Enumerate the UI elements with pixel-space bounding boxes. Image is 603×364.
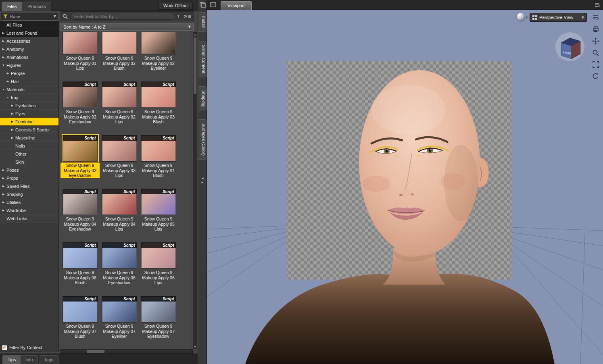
scrollbar-thumb[interactable] xyxy=(87,350,104,353)
tree-arrow-icon[interactable]: ▶ xyxy=(10,112,14,115)
tree-arrow-icon[interactable]: ▶ xyxy=(2,40,5,43)
tab-files[interactable]: Files xyxy=(2,2,22,11)
asset-thumbnail[interactable]: Script Snow Queen 9 Makeup Apply 03 Eyes… xyxy=(61,129,100,183)
dock-tab[interactable]: Smart Content xyxy=(198,41,207,77)
tree-arrow-icon[interactable]: ▶ xyxy=(10,128,14,131)
asset-thumbnail-image[interactable]: Script xyxy=(102,189,137,215)
vertical-scrollbar[interactable]: ▲ ▼ xyxy=(193,32,197,349)
scroll-up-icon[interactable]: ▲ xyxy=(193,33,197,36)
asset-thumbnail-image[interactable]: Script xyxy=(63,135,98,162)
viewport-canvas[interactable]: ▼ Perspective View ▼ Front xyxy=(207,10,603,364)
splitter-handle[interactable]: ◄ ► xyxy=(199,177,206,185)
tree-item[interactable]: ▶ Lost and Found xyxy=(0,29,58,37)
tree-item[interactable]: ▶ People xyxy=(0,69,58,77)
asset-thumbnail[interactable]: Script Snow Queen 9 Makeup Apply 02 Eyel… xyxy=(139,32,178,76)
filter-by-context-checkbox[interactable]: ✔ xyxy=(2,345,7,350)
asset-thumbnail-image[interactable]: Script xyxy=(141,32,176,54)
asset-thumbnail-image[interactable]: Script xyxy=(141,242,176,269)
asset-thumbnail-image[interactable]: Script xyxy=(63,242,98,269)
tree-item[interactable]: ▶ Feminine xyxy=(0,118,58,126)
asset-thumbnail[interactable]: Script xyxy=(139,344,178,349)
horizontal-scrollbar[interactable] xyxy=(60,349,193,354)
asset-thumbnail[interactable]: Script xyxy=(100,344,139,349)
asset-thumbnail-image[interactable]: Script xyxy=(102,81,137,108)
tree-arrow-icon[interactable]: ▶ xyxy=(10,136,14,139)
tab-products[interactable]: Products xyxy=(23,2,51,11)
asset-thumbnail[interactable]: Script xyxy=(61,344,100,349)
asset-thumbnail[interactable]: Script Snow Queen 9 Makeup Apply 06 Blus… xyxy=(61,237,100,290)
asset-thumbnail[interactable]: Script Snow Queen 9 Makeup Apply 07 Blus… xyxy=(61,290,100,344)
tree-item[interactable]: Web Links xyxy=(0,214,58,223)
tree-arrow-icon[interactable]: ▶ xyxy=(10,104,14,107)
tree-arrow-icon[interactable]: ▼ xyxy=(2,64,5,67)
asset-thumbnail-image[interactable]: Script xyxy=(102,135,137,162)
tree-arrow-icon[interactable]: ▶ xyxy=(6,72,10,75)
tree-item[interactable]: ▶ Eyelashes xyxy=(0,102,58,110)
asset-thumbnail-image[interactable]: Script xyxy=(141,296,176,322)
search-input[interactable] xyxy=(71,13,175,20)
tab-viewport[interactable]: Viewport xyxy=(221,1,252,10)
asset-thumbnail[interactable]: Script Snow Queen 9 Makeup Apply 03 Blus… xyxy=(139,76,178,129)
asset-thumbnail-image[interactable]: Script xyxy=(102,32,137,54)
dock-tab[interactable]: Surfaces (Color) xyxy=(198,119,207,160)
frame-icon[interactable] xyxy=(592,60,600,69)
chevron-down-icon[interactable]: ▼ xyxy=(526,16,528,19)
tab-tags[interactable]: Tags xyxy=(39,355,58,364)
tree-arrow-icon[interactable]: ▶ xyxy=(10,120,14,123)
asset-thumbnail-image[interactable]: Script xyxy=(102,242,137,269)
scroll-down-icon[interactable]: ▼ xyxy=(193,345,197,348)
asset-thumbnail-image[interactable]: Script xyxy=(63,81,98,108)
tree-item[interactable]: ▶ Saved Files xyxy=(0,182,58,190)
asset-thumbnail[interactable]: Script Snow Queen 9 Makeup Apply 07 Eyes… xyxy=(139,290,178,344)
asset-thumbnail[interactable]: Script Snow Queen 9 Makeup Apply 06 Eyes… xyxy=(100,237,139,290)
asset-thumbnail-image[interactable]: Script xyxy=(141,189,176,215)
base-filter-dropdown[interactable]: Base ▼ xyxy=(1,12,58,21)
tree-item[interactable]: All Files xyxy=(0,21,58,29)
asset-thumbnail[interactable]: Script Snow Queen 9 Makeup Apply 06 Lips xyxy=(139,237,178,290)
tree-item[interactable]: ▶ Hair xyxy=(0,77,58,85)
tree-item[interactable]: ▶ Wardrobe xyxy=(0,206,58,214)
scrollbar-thumb[interactable] xyxy=(194,37,196,94)
tab-tips[interactable]: Tips xyxy=(2,355,21,364)
tree-arrow-icon[interactable]: ▶ xyxy=(6,80,10,83)
asset-thumbnail[interactable]: Script Snow Queen 9 Makeup Apply 01 Lips xyxy=(61,32,100,76)
tree-arrow-icon[interactable]: ▶ xyxy=(2,56,5,59)
work-offline-button[interactable]: Work Offline xyxy=(158,2,193,10)
tree-item[interactable]: ▶ Props xyxy=(0,174,58,182)
asset-thumbnail-image[interactable]: Script xyxy=(102,296,137,322)
asset-thumbnail[interactable]: Script Snow Queen 9 Makeup Apply 02 Blus… xyxy=(100,32,139,76)
camera-view-dropdown[interactable]: Perspective View ▼ xyxy=(530,13,587,22)
camera-sphere-icon[interactable] xyxy=(517,13,525,21)
tree-item[interactable]: ▶ Anatomy xyxy=(0,45,58,53)
tree-arrow-icon[interactable]: ▶ xyxy=(2,209,5,212)
tree-arrow-icon[interactable]: ▶ xyxy=(2,168,5,172)
asset-thumbnail-image[interactable]: Script xyxy=(63,296,98,322)
tree-item[interactable]: ▶ Genesis 9 Starter ... xyxy=(0,126,58,134)
view-cube[interactable]: Front xyxy=(553,30,587,64)
tree-item[interactable]: ▶ Poses xyxy=(0,166,58,174)
tree-arrow-icon[interactable]: ▶ xyxy=(2,177,5,180)
tree-item[interactable]: Nails xyxy=(0,142,58,150)
tree-item[interactable]: ▼ Materials xyxy=(0,85,58,94)
tab-info[interactable]: Info xyxy=(20,355,38,364)
tree-arrow-icon[interactable]: ▶ xyxy=(2,185,5,188)
tree-item[interactable]: ▶ Eyes xyxy=(0,110,58,118)
asset-thumbnail[interactable]: Script Snow Queen 9 Makeup Apply 04 Lips xyxy=(100,183,139,237)
tree-item[interactable]: ▶ Masculine xyxy=(0,134,58,142)
asset-thumbnail-image[interactable]: Script xyxy=(63,189,98,215)
render-icon[interactable] xyxy=(592,25,600,33)
tree-item[interactable]: ▼ Figures xyxy=(0,61,58,69)
tree-arrow-icon[interactable]: ▶ xyxy=(2,48,5,51)
tree-item[interactable]: ▶ Shaping xyxy=(0,190,58,198)
asset-thumbnail-image[interactable]: Script xyxy=(63,32,98,54)
pane-menu-icon[interactable] xyxy=(594,2,601,8)
dock-tab[interactable]: Shaping xyxy=(198,86,207,110)
tree-arrow-icon[interactable]: ▼ xyxy=(2,88,5,91)
tree-item[interactable]: ▼ Iray xyxy=(0,94,58,102)
asset-thumbnail-image[interactable]: Script xyxy=(141,135,176,162)
orbit-home-icon[interactable] xyxy=(592,72,600,80)
tree-arrow-icon[interactable]: ▼ xyxy=(6,96,10,99)
tree-arrow-icon[interactable]: ▶ xyxy=(2,201,5,204)
asset-thumbnail-image[interactable]: Script xyxy=(141,81,176,108)
asset-thumbnail[interactable]: Script Snow Queen 9 Makeup Apply 03 Lips xyxy=(100,129,139,183)
